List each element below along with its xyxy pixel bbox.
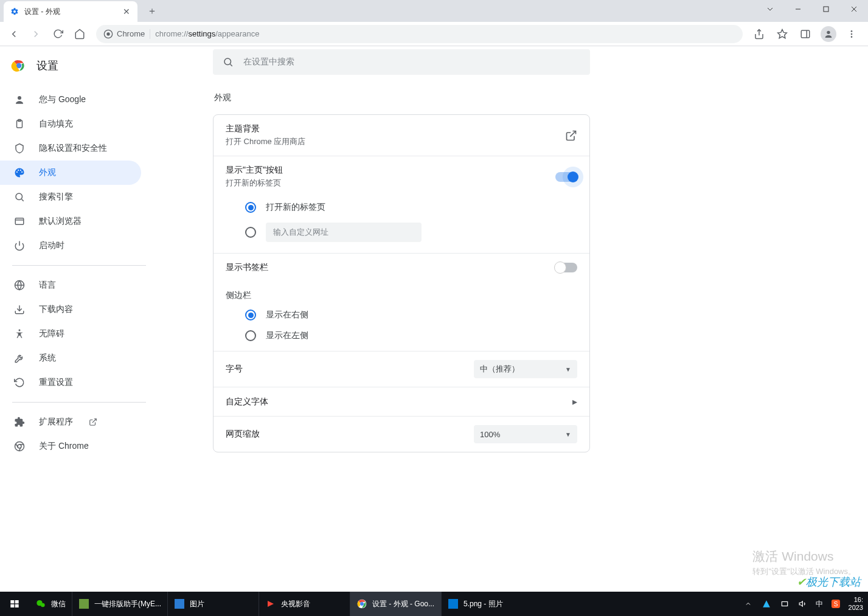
settings-search-input[interactable]: 在设置中搜索 (213, 49, 590, 75)
taskbar-photos[interactable]: 5.png - 照片 (441, 592, 532, 616)
row-page-zoom: 网页缩放 100%▼ (214, 417, 589, 452)
profile-avatar[interactable] (818, 24, 839, 44)
close-tab-icon[interactable]: ✕ (122, 7, 131, 16)
radio-icon[interactable] (245, 202, 256, 213)
svg-point-33 (224, 58, 231, 65)
window-close-button[interactable] (840, 0, 868, 18)
sidebar-item-search[interactable]: 搜索引擎 (0, 185, 141, 209)
toggle-home-button[interactable] (555, 172, 577, 182)
browser-tab[interactable]: 设置 - 外观 ✕ (4, 1, 137, 22)
chevron-down-icon[interactable] (756, 0, 784, 18)
start-button[interactable] (0, 592, 29, 616)
svg-point-8 (827, 30, 830, 33)
system-tray: 中 S 16:2023 (743, 596, 868, 612)
tray-chevron-up-icon[interactable] (743, 598, 754, 609)
taskbar-app-1[interactable]: 一键排版助手(MyE... (72, 592, 167, 616)
tab-title: 设置 - 外观 (24, 7, 117, 17)
sidebar-item-reset[interactable]: 重置设置 (0, 370, 141, 395)
restore-icon (13, 377, 26, 388)
menu-dots-icon[interactable] (841, 24, 862, 44)
tray-network-icon[interactable] (779, 598, 790, 609)
chrome-icon (356, 598, 367, 609)
back-button[interactable] (4, 24, 24, 44)
radio-custom-url[interactable]: 输入自定义网址 (214, 218, 589, 254)
svg-line-34 (230, 64, 232, 66)
row-bookmarks-bar: 显示书签栏 (214, 254, 589, 282)
new-tab-button[interactable]: ＋ (144, 2, 161, 19)
settings-card: 主题背景打开 Chrome 应用商店 显示"主页"按钮打开新的标签页 打开新的标… (213, 114, 590, 452)
ime-indicator[interactable]: 中 (816, 598, 823, 609)
svg-marker-50 (799, 601, 802, 606)
svg-point-41 (41, 603, 45, 607)
browser-toolbar: Chrome chrome://settings/appearance (0, 22, 868, 46)
svg-point-46 (360, 602, 364, 606)
forward-button[interactable] (26, 24, 46, 44)
caret-down-icon: ▼ (565, 366, 571, 373)
sidebar-item-about[interactable]: 关于 Chrome (0, 434, 141, 459)
section-title: 外观 (213, 92, 231, 103)
sidebar-item-default-browser[interactable]: 默认浏览器 (0, 209, 141, 234)
custom-url-input[interactable]: 输入自定义网址 (266, 223, 422, 242)
image-icon (174, 598, 185, 609)
svg-rect-36 (10, 600, 14, 603)
sidebar-item-extensions[interactable]: 扩展程序 (0, 410, 141, 434)
power-icon (13, 240, 26, 251)
palette-icon (13, 167, 26, 178)
bookmark-star-icon[interactable] (772, 24, 793, 44)
reload-button[interactable] (47, 24, 68, 44)
sidebar-item-languages[interactable]: 语言 (0, 273, 141, 297)
window-minimize-button[interactable] (784, 0, 812, 18)
search-placeholder: 在设置中搜索 (243, 57, 294, 67)
sidebar-item-you-and-google[interactable]: 您与 Google (0, 88, 141, 112)
sidebar-item-system[interactable]: 系统 (0, 346, 141, 370)
photo-icon (448, 598, 459, 609)
sidebar-item-privacy[interactable]: 隐私设置和安全性 (0, 136, 141, 161)
sidebar-item-autofill[interactable]: 自动填充 (0, 112, 141, 136)
sidepanel-icon[interactable] (795, 24, 816, 44)
tray-sogou-icon[interactable]: S (830, 598, 841, 609)
radio-icon[interactable] (245, 310, 256, 320)
address-bar[interactable]: Chrome chrome://settings/appearance (96, 25, 743, 43)
person-icon (13, 94, 26, 105)
svg-point-18 (16, 193, 23, 200)
clipboard-icon (13, 119, 26, 130)
sidebar-item-accessibility[interactable]: 无障碍 (0, 322, 141, 346)
sidebar-item-onstartup[interactable]: 启动时 (0, 234, 141, 258)
toggle-bookmarks-bar[interactable] (555, 263, 577, 272)
svg-line-27 (92, 419, 96, 423)
tray-app-icon[interactable] (761, 598, 772, 609)
radio-sidepanel-right[interactable]: 显示在右侧 (214, 305, 589, 325)
select-font-size[interactable]: 中（推荐）▼ (474, 360, 577, 378)
radio-icon[interactable] (245, 227, 256, 238)
svg-marker-48 (763, 600, 770, 607)
sidebar-item-downloads[interactable]: 下载内容 (0, 297, 141, 322)
chrome-icon (13, 441, 26, 452)
taskbar-app-3[interactable]: 央视影音 (259, 592, 350, 616)
taskbar-app-2[interactable]: 图片 (167, 592, 259, 616)
window-maximize-button[interactable] (812, 0, 840, 18)
sidebar-item-appearance[interactable]: 外观 (0, 161, 141, 185)
radio-icon[interactable] (245, 330, 256, 341)
settings-sidebar: 您与 Google 自动填充 隐私设置和安全性 外观 搜索引擎 默认浏览器 启动… (0, 85, 158, 592)
taskbar-chrome[interactable]: 设置 - 外观 - Goo... (350, 592, 441, 616)
svg-rect-39 (15, 604, 19, 607)
taskbar-wechat[interactable]: 微信 (29, 592, 72, 616)
radio-sidepanel-left[interactable]: 显示在左侧 (214, 325, 589, 351)
tray-volume-icon[interactable] (797, 598, 808, 609)
svg-point-26 (19, 330, 21, 331)
windows-activation-watermark: 激活 Windows 转到"设置"以激活 Windows。 (752, 548, 856, 577)
wechat-icon (35, 598, 46, 609)
radio-new-tab-page[interactable]: 打开新的标签页 (214, 197, 589, 218)
svg-rect-43 (175, 599, 184, 609)
row-custom-fonts[interactable]: 自定义字体 ▸ (214, 387, 589, 417)
share-icon[interactable] (749, 24, 769, 44)
browser-icon (13, 216, 26, 227)
row-theme[interactable]: 主题背景打开 Chrome 应用商店 (214, 115, 589, 156)
puzzle-icon (13, 417, 26, 427)
tray-clock[interactable]: 16:2023 (849, 596, 863, 612)
home-button[interactable] (69, 24, 90, 44)
site-watermark: ✔极光下载站 (797, 575, 861, 589)
select-page-zoom[interactable]: 100%▼ (474, 425, 577, 443)
svg-rect-37 (15, 600, 19, 603)
gear-icon (10, 7, 19, 16)
